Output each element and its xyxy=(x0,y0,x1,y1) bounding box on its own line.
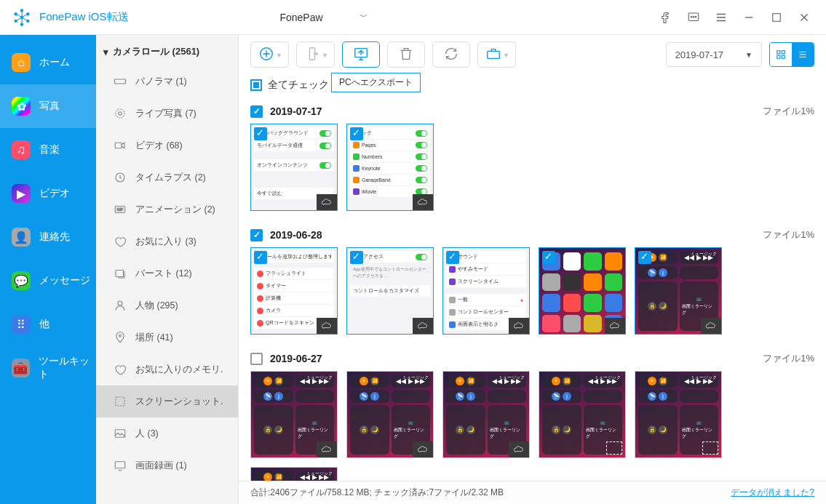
cloud-icon xyxy=(509,441,529,457)
screenshot-icon xyxy=(114,395,127,408)
photo-thumb[interactable]: ミュージック✈📶◀◀ ▶ ▶▶📡ᛒ🔒🌙📺画面ミラーリング xyxy=(539,371,626,458)
menu-icon[interactable] xyxy=(714,10,728,25)
sub-people[interactable]: 人物 (295) xyxy=(96,289,238,321)
chevron-down-icon: ▾ xyxy=(277,51,281,59)
thumb-checkbox[interactable] xyxy=(638,251,651,264)
add-button[interactable]: ▾ xyxy=(250,41,289,68)
photo-group: 2019-07-17 ファイル1% ppのバックグラウンドモバイルデータ通信オン… xyxy=(250,99,814,211)
group-header[interactable]: 2019-06-27 ファイル1% xyxy=(250,346,814,371)
photo-thumb[interactable]: トロールを追加および整理します。フラッシュライトタイマー計算機カメラQRコードを… xyxy=(250,247,338,335)
grid-view-button[interactable] xyxy=(770,43,792,66)
photo-thumb[interactable]: ミュージック✈📶◀◀ ▶ ▶▶📡ᛒ🔒🌙📺画面ミラーリング xyxy=(635,371,722,458)
sub-favorite[interactable]: お気に入り (3) xyxy=(96,225,238,257)
sub-video[interactable]: ビデオ (68) xyxy=(96,129,238,161)
svg-rect-23 xyxy=(115,430,125,438)
thumb-checkbox[interactable] xyxy=(446,251,459,264)
sub-person[interactable]: 人 (3) xyxy=(96,417,238,449)
svg-rect-30 xyxy=(782,51,785,54)
thumb-checkbox[interactable] xyxy=(350,127,363,140)
sub-live[interactable]: ライブ写真 (7) xyxy=(96,97,238,129)
photo-icon: ✿ xyxy=(12,97,31,116)
view-switch xyxy=(769,42,814,67)
nav-home[interactable]: ⌂ホーム xyxy=(0,41,96,84)
photo-thumb[interactable]: ミュージック✈📶◀◀ ▶ ▶▶📡ᛒ🔒🌙📺画面ミラーリング xyxy=(635,247,722,335)
photo-icon xyxy=(114,427,127,440)
group-header[interactable]: 2019-06-28 ファイル1% xyxy=(250,223,814,247)
svg-rect-32 xyxy=(782,55,785,58)
export-pc-button[interactable]: PCへエクスポート xyxy=(342,41,380,68)
photo-thumb[interactable]: 中のアクセスApp使用中でもコントロールセンターへのアクセスを…コントロールをカ… xyxy=(346,247,434,335)
device-selector[interactable]: FonePaw ﹀ xyxy=(233,11,408,23)
contacts-icon: 👤 xyxy=(12,228,31,247)
photo-thumb[interactable]: ppのバックグラウンドモバイルデータ通信オンラインコンテンツ今すぐ読む xyxy=(250,124,338,211)
svg-rect-11 xyxy=(773,13,781,21)
svg-point-8 xyxy=(691,16,692,17)
cloud-icon xyxy=(413,194,433,210)
svg-point-20 xyxy=(118,301,122,305)
location-icon xyxy=(114,331,127,344)
thumb-checkbox[interactable] xyxy=(254,251,267,264)
app-logo-icon xyxy=(12,7,32,28)
sub-timelapse[interactable]: タイムラプス (2) xyxy=(96,161,238,193)
photo-thumb[interactable] xyxy=(539,247,626,335)
photo-content: 2019-07-17 ファイル1% ppのバックグラウンドモバイルデータ通信オン… xyxy=(239,99,826,481)
folder-button[interactable]: ▾ xyxy=(477,41,516,68)
sub-places[interactable]: 場所 (41) xyxy=(96,321,238,353)
select-all-row[interactable]: 全てチェック（2406） xyxy=(239,74,826,99)
group-checkbox[interactable] xyxy=(250,105,263,118)
svg-rect-22 xyxy=(116,397,124,406)
svg-rect-28 xyxy=(488,51,500,58)
thumb-checkbox[interactable] xyxy=(254,127,267,140)
svg-point-2 xyxy=(20,23,23,25)
photo-thumb[interactable]: ミュージック✈📶◀◀ ▶ ▶▶📡ᛒ🔒🌙📺画面ミラーリング xyxy=(346,371,434,458)
list-view-button[interactable] xyxy=(792,43,814,66)
sub-panorama[interactable]: パノラマ (1) xyxy=(96,65,238,97)
main-area: ▾ ▾ PCへエクスポート ▾ 2019-07-17▼ 全てチェック（240 xyxy=(239,35,826,504)
nav-other[interactable]: ⠿他 xyxy=(0,303,96,346)
data-lost-link[interactable]: データが消えました? xyxy=(731,487,814,499)
group-header[interactable]: 2019-07-17 ファイル1% xyxy=(250,99,814,124)
to-device-button[interactable]: ▾ xyxy=(296,41,335,68)
svg-rect-24 xyxy=(115,462,125,468)
sub-animation[interactable]: GIFアニメーション (2) xyxy=(96,193,238,225)
group-checkbox[interactable] xyxy=(250,353,263,365)
group-checkbox[interactable] xyxy=(250,229,263,241)
facebook-icon[interactable] xyxy=(659,10,673,25)
photo-thumb[interactable]: サウンドやすみモードスクリーンタイム一般●コントロールセンター画面表示と明るさ xyxy=(442,247,530,335)
nav-photos[interactable]: ✿写真 xyxy=(0,84,96,128)
date-filter[interactable]: 2019-07-17▼ xyxy=(666,42,762,67)
cloud-icon xyxy=(701,318,721,334)
message-icon: 💬 xyxy=(12,271,31,290)
apps-icon: ⠿ xyxy=(12,315,31,334)
photo-thumb[interactable]: ックPagesNumbersKeynoteGarageBandiMovie xyxy=(346,124,434,211)
sub-screenrec[interactable]: 画面録画 (1) xyxy=(96,449,238,481)
delete-button[interactable] xyxy=(387,41,425,68)
select-all-checkbox[interactable] xyxy=(250,79,262,91)
heart-icon xyxy=(114,363,127,376)
nav-contacts[interactable]: 👤連絡先 xyxy=(0,215,96,259)
maximize-button[interactable] xyxy=(769,10,784,25)
app-title: FonePaw iOS転送 xyxy=(39,10,129,24)
sub-screenshots[interactable]: スクリーンショット. xyxy=(96,385,238,417)
nav-toolkit[interactable]: 🧰ツールキット xyxy=(0,346,96,390)
minimize-button[interactable] xyxy=(742,10,756,25)
music-icon: ♫ xyxy=(12,140,31,159)
briefcase-icon xyxy=(485,46,501,64)
thumb-checkbox[interactable] xyxy=(350,251,363,264)
album-header[interactable]: ▾ カメラロール (2561) xyxy=(96,35,238,65)
nav-messages[interactable]: 💬メッセージ xyxy=(0,259,96,303)
sub-burst[interactable]: バースト (12) xyxy=(96,257,238,289)
refresh-button[interactable] xyxy=(432,41,470,68)
svg-point-1 xyxy=(20,9,23,12)
feedback-icon[interactable] xyxy=(686,10,701,25)
thumb-checkbox[interactable] xyxy=(542,251,555,264)
photo-thumb[interactable]: ミュージック✈📶◀◀ ▶ ▶▶📡ᛒ🔒🌙📺画面ミラーリング xyxy=(442,371,530,458)
cloud-icon xyxy=(413,318,433,334)
close-button[interactable] xyxy=(797,10,811,25)
nav-video[interactable]: ▶ビデオ xyxy=(0,172,96,215)
nav-music[interactable]: ♫音楽 xyxy=(0,128,96,172)
photo-thumb[interactable]: ミュージック✈📶◀◀ ▶ ▶▶📡ᛒ🔒🌙📺画面ミラーリング xyxy=(250,371,338,458)
svg-point-9 xyxy=(693,16,694,17)
photo-thumb[interactable]: ミュージック✈📶◀◀ ▶ ▶▶📡ᛒ🔒🌙📺画面ミラーリング xyxy=(250,467,338,481)
sub-fav-memories[interactable]: お気に入りのメモリ. xyxy=(96,353,238,385)
